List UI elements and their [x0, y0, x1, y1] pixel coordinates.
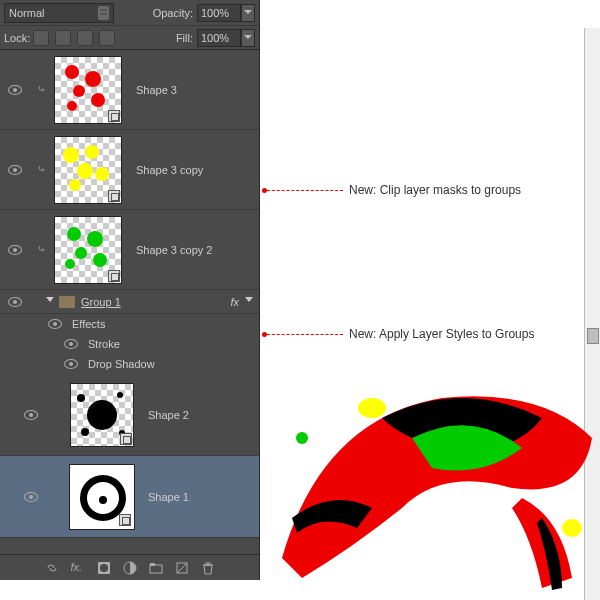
adjustment-icon[interactable]	[123, 561, 137, 575]
vector-mask-icon	[108, 270, 120, 282]
clip-indicator-icon: ⤷	[36, 243, 46, 256]
effect-item[interactable]: Drop Shadow	[0, 354, 259, 374]
vector-mask-icon	[108, 190, 120, 202]
effects-row[interactable]: Effects	[0, 314, 259, 334]
fx-expand-icon[interactable]	[245, 297, 253, 306]
svg-point-8	[296, 432, 308, 444]
svg-rect-3	[150, 565, 162, 573]
blend-row: Normal Opacity: 100%	[0, 0, 259, 26]
visibility-toggle[interactable]	[48, 319, 62, 329]
layer-row[interactable]: ⤷ Shape 3 copy	[0, 130, 259, 210]
visibility-toggle[interactable]	[24, 492, 38, 502]
lock-position-icon[interactable]	[77, 30, 93, 46]
trash-icon[interactable]	[201, 561, 215, 575]
layer-name[interactable]: Shape 3	[136, 84, 177, 96]
opacity-label: Opacity:	[153, 7, 193, 19]
link-layers-icon[interactable]	[45, 561, 59, 575]
fill-input[interactable]: 100%	[197, 29, 241, 47]
canvas-artwork	[262, 378, 600, 600]
visibility-toggle[interactable]	[24, 410, 38, 420]
blend-mode-select[interactable]: Normal	[4, 3, 114, 23]
layer-name[interactable]: Shape 1	[148, 491, 189, 503]
layer-row[interactable]: ⤷ Shape 3	[0, 50, 259, 130]
layers-list: ⤷ Shape 3 ⤷ Shape 3 copy	[0, 50, 259, 554]
callout: New: Clip layer masks to groups	[262, 182, 521, 198]
layer-thumbnail[interactable]	[70, 465, 134, 529]
group-name[interactable]: Group 1	[81, 296, 121, 308]
effect-name: Stroke	[88, 338, 120, 350]
visibility-toggle[interactable]	[8, 245, 22, 255]
layer-row[interactable]: ⤷ Shape 3 copy 2	[0, 210, 259, 290]
group-icon[interactable]	[149, 561, 163, 575]
layer-thumbnail[interactable]	[70, 383, 134, 447]
visibility-toggle[interactable]	[8, 165, 22, 175]
svg-point-1	[100, 564, 108, 572]
visibility-toggle[interactable]	[64, 339, 78, 349]
layer-thumbnail[interactable]	[54, 136, 122, 204]
callout-text: New: Clip layer masks to groups	[349, 183, 521, 197]
visibility-toggle[interactable]	[8, 85, 22, 95]
mask-icon[interactable]	[97, 561, 111, 575]
panel-bottom-bar: fx.	[0, 554, 259, 580]
callout-text: New: Apply Layer Styles to Groups	[349, 327, 534, 341]
layer-thumbnail[interactable]	[54, 56, 122, 124]
effects-label: Effects	[72, 318, 105, 330]
layer-row[interactable]: Shape 2	[0, 374, 259, 456]
vector-mask-icon	[108, 110, 120, 122]
clip-indicator-icon: ⤷	[36, 163, 46, 176]
visibility-toggle[interactable]	[64, 359, 78, 369]
svg-point-6	[358, 398, 386, 418]
fx-badge[interactable]: fx	[230, 296, 239, 308]
callout: New: Apply Layer Styles to Groups	[262, 326, 534, 342]
visibility-toggle[interactable]	[8, 297, 22, 307]
lock-all-icon[interactable]	[99, 30, 115, 46]
clip-indicator-icon: ⤷	[36, 83, 46, 96]
folder-icon	[59, 296, 75, 308]
effect-item[interactable]: Stroke	[0, 334, 259, 354]
fill-label: Fill:	[176, 32, 193, 44]
expand-toggle-icon[interactable]	[46, 297, 54, 306]
lock-transparency-icon[interactable]	[33, 30, 49, 46]
fill-dropdown[interactable]	[241, 29, 255, 47]
svg-rect-4	[150, 563, 155, 566]
scrollbar-thumb[interactable]	[587, 328, 599, 344]
layer-name[interactable]: Shape 2	[148, 409, 189, 421]
lock-pixels-icon[interactable]	[55, 30, 71, 46]
vector-mask-icon	[120, 433, 132, 445]
lock-row: Lock: Fill: 100%	[0, 26, 259, 50]
new-layer-icon[interactable]	[175, 561, 189, 575]
blend-mode-value: Normal	[9, 7, 44, 19]
group-row[interactable]: Group 1 fx	[0, 290, 259, 314]
layer-name[interactable]: Shape 3 copy	[136, 164, 203, 176]
fx-icon[interactable]: fx.	[71, 561, 85, 575]
layer-name[interactable]: Shape 3 copy 2	[136, 244, 212, 256]
opacity-dropdown[interactable]	[241, 4, 255, 22]
svg-point-7	[562, 519, 582, 537]
lock-label: Lock:	[4, 32, 30, 44]
effect-name: Drop Shadow	[88, 358, 155, 370]
layer-thumbnail[interactable]	[54, 216, 122, 284]
layer-row[interactable]: Shape 1	[0, 456, 259, 538]
vector-mask-icon	[119, 514, 131, 526]
layers-panel: Normal Opacity: 100% Lock: Fill: 100% ⤷	[0, 0, 260, 580]
dropdown-icon	[98, 6, 109, 20]
opacity-input[interactable]: 100%	[197, 4, 241, 22]
